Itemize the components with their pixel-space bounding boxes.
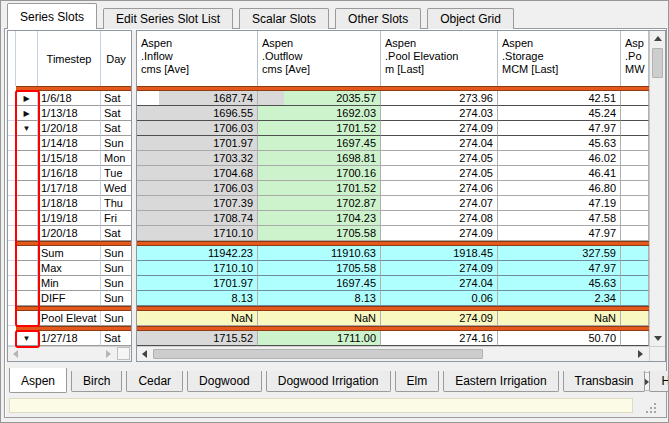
value-cell[interactable]: 274.03 [381, 106, 498, 121]
timestep-cell[interactable]: 1/20/18 [38, 226, 101, 241]
object-tab-birch[interactable]: Birch [71, 371, 122, 392]
value-cell[interactable]: 1710.10 [137, 261, 258, 276]
day-cell[interactable]: Sun [101, 276, 131, 291]
expand-cell[interactable]: ▶ [16, 106, 38, 121]
value-cell[interactable] [621, 166, 649, 181]
timestep-cell[interactable]: 1/6/18 [38, 91, 101, 106]
day-cell[interactable]: Thu [101, 196, 131, 211]
value-cell[interactable]: 273.96 [381, 91, 498, 106]
value-cell[interactable] [621, 311, 649, 326]
day-cell[interactable]: Sat [101, 226, 131, 241]
value-cell[interactable]: 1697.45 [258, 136, 381, 151]
tab-object-grid[interactable]: Object Grid [427, 8, 514, 29]
value-cell[interactable]: 45.63 [498, 136, 621, 151]
day-cell[interactable]: Sat [101, 121, 131, 136]
value-cell[interactable]: 1708.74 [137, 211, 258, 226]
value-cell[interactable]: 47.97 [498, 121, 621, 136]
value-cell[interactable]: 47.58 [498, 211, 621, 226]
value-cell[interactable]: NaN [498, 311, 621, 326]
day-cell[interactable]: Sat [101, 91, 131, 106]
value-cell[interactable] [621, 246, 649, 261]
value-cell[interactable]: 1707.39 [137, 196, 258, 211]
expand-collapsed-icon[interactable]: ▶ [16, 106, 37, 121]
value-cell[interactable]: 1710.10 [137, 226, 258, 241]
expand-cell[interactable]: ▶ [16, 91, 38, 106]
timestep-cell[interactable]: 1/16/18 [38, 166, 101, 181]
value-cell[interactable]: 274.04 [381, 276, 498, 291]
object-tab-dogwood[interactable]: Dogwood [187, 371, 262, 392]
value-cell[interactable]: 46.80 [498, 181, 621, 196]
vertical-scrollbar-thumb[interactable] [652, 48, 663, 78]
timestep-cell[interactable]: 1/27/18 [38, 331, 101, 346]
value-cell[interactable] [621, 196, 649, 211]
value-cell[interactable]: 1704.68 [137, 166, 258, 181]
value-cell[interactable] [621, 276, 649, 291]
value-cell[interactable]: 1701.97 [137, 136, 258, 151]
value-cell[interactable]: 1700.16 [258, 166, 381, 181]
value-cell[interactable]: 45.24 [498, 106, 621, 121]
scroll-right-button[interactable] [633, 347, 648, 361]
value-cell[interactable]: 274.08 [381, 211, 498, 226]
timestep-cell[interactable]: 1/19/18 [38, 211, 101, 226]
left-horizontal-scrollbar[interactable] [8, 346, 131, 361]
object-tab-aspen[interactable]: Aspen [9, 368, 67, 393]
value-cell[interactable]: 1701.52 [258, 121, 381, 136]
value-cell[interactable]: 8.13 [258, 291, 381, 306]
value-cell[interactable]: 1687.74 [137, 91, 258, 106]
day-cell[interactable]: Sat [101, 106, 131, 121]
expand-collapsed-icon[interactable]: ▶ [16, 91, 37, 106]
value-cell[interactable]: 46.41 [498, 166, 621, 181]
object-tab-cedar[interactable]: Cedar [126, 371, 183, 392]
day-cell[interactable]: Sun [101, 291, 131, 306]
value-cell[interactable]: 8.13 [137, 291, 258, 306]
value-cell[interactable]: 0.06 [381, 291, 498, 306]
value-cell[interactable]: 327.59 [498, 246, 621, 261]
vertical-scrollbar[interactable] [649, 31, 665, 346]
value-cell[interactable]: 47.97 [498, 261, 621, 276]
value-cell[interactable]: 1697.45 [258, 276, 381, 291]
value-cell[interactable]: 274.09 [381, 121, 498, 136]
timestep-cell[interactable]: Pool Elevat [38, 311, 101, 326]
day-cell[interactable]: Wed [101, 181, 131, 196]
value-cell[interactable] [621, 261, 649, 276]
timestep-cell[interactable]: Max [38, 261, 101, 276]
day-cell[interactable]: Sun [101, 261, 131, 276]
timestep-cell[interactable]: Min [38, 276, 101, 291]
value-cell[interactable] [621, 331, 649, 346]
value-cell[interactable] [621, 181, 649, 196]
day-cell[interactable]: Sun [101, 311, 131, 326]
day-cell[interactable]: Sun [101, 246, 131, 261]
value-cell[interactable]: 1692.03 [258, 106, 381, 121]
value-cell[interactable] [621, 211, 649, 226]
value-cell[interactable]: 47.97 [498, 226, 621, 241]
value-cell[interactable]: 1703.32 [137, 151, 258, 166]
day-cell[interactable]: Fri [101, 211, 131, 226]
timestep-cell[interactable]: DIFF [38, 291, 101, 306]
scroll-up-button[interactable] [650, 31, 665, 46]
value-cell[interactable]: 1705.58 [258, 261, 381, 276]
value-cell[interactable]: 274.06 [381, 181, 498, 196]
expand-cell[interactable]: ▼ [16, 121, 38, 136]
object-tab-elm[interactable]: Elm [395, 371, 440, 392]
value-cell[interactable]: NaN [137, 311, 258, 326]
value-cell[interactable]: 1706.03 [137, 121, 258, 136]
value-cell[interactable]: 274.09 [381, 261, 498, 276]
value-cell[interactable] [621, 106, 649, 121]
value-cell[interactable] [621, 91, 649, 106]
value-cell[interactable]: 1704.23 [258, 211, 381, 226]
value-cell[interactable] [621, 121, 649, 136]
value-cell[interactable]: 11910.63 [258, 246, 381, 261]
timestep-cell[interactable]: 1/20/18 [38, 121, 101, 136]
value-cell[interactable]: 42.51 [498, 91, 621, 106]
value-cell[interactable]: 274.05 [381, 166, 498, 181]
timestep-cell[interactable]: 1/17/18 [38, 181, 101, 196]
scroll-left-button[interactable] [137, 347, 152, 361]
value-cell[interactable] [621, 291, 649, 306]
value-cell[interactable]: 274.09 [381, 311, 498, 326]
timestep-cell[interactable]: 1/15/18 [38, 151, 101, 166]
scroll-right-button[interactable] [101, 347, 116, 361]
scroll-left-button[interactable] [8, 347, 23, 361]
expand-cell[interactable]: ▼ [16, 331, 38, 346]
object-tab-eastern-irrigation[interactable]: Eastern Irrigation [443, 371, 558, 392]
timestep-cell[interactable]: 1/18/18 [38, 196, 101, 211]
